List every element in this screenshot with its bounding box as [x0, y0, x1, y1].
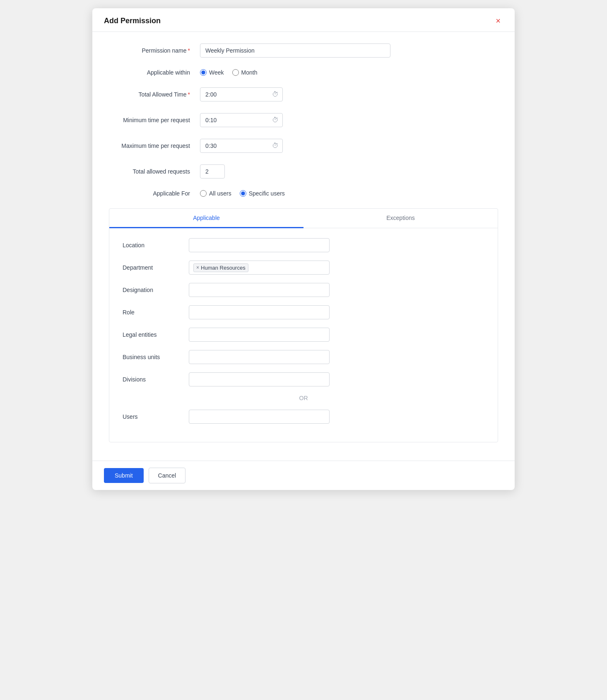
- users-label: Users: [123, 413, 189, 420]
- department-row: Department × Human Resources: [123, 261, 484, 275]
- location-row: Location: [123, 238, 484, 252]
- department-label: Department: [123, 264, 189, 271]
- department-tag-remove[interactable]: ×: [196, 265, 199, 270]
- total-requests-row: Total allowed requests: [109, 164, 498, 179]
- tab-exceptions[interactable]: Exceptions: [304, 209, 498, 228]
- required-star-2: *: [188, 91, 190, 98]
- cancel-button[interactable]: Cancel: [149, 468, 186, 483]
- or-divider: OR: [123, 395, 484, 401]
- divisions-row: Divisions: [123, 372, 484, 386]
- divisions-label: Divisions: [123, 376, 189, 383]
- users-input[interactable]: [189, 410, 330, 424]
- location-input[interactable]: [189, 238, 330, 252]
- tabs-header: Applicable Exceptions: [109, 209, 498, 228]
- applicable-within-row: Applicable within Week Month: [109, 69, 498, 76]
- legal-entities-input[interactable]: [189, 328, 330, 342]
- applicable-for-row: Applicable For All users Specific users: [109, 190, 498, 197]
- total-allowed-time-label: Total Allowed Time*: [109, 91, 200, 98]
- total-requests-input[interactable]: [200, 164, 225, 179]
- business-units-label: Business units: [123, 354, 189, 360]
- all-users-radio[interactable]: [200, 190, 207, 197]
- min-time-row: Minimum time per request ⏱: [109, 113, 498, 127]
- min-time-label: Minimum time per request: [109, 117, 200, 123]
- total-allowed-time-wrapper: ⏱: [200, 87, 283, 101]
- department-tag: × Human Resources: [193, 263, 248, 272]
- applicable-within-label: Applicable within: [109, 69, 200, 76]
- users-row: Users: [123, 410, 484, 424]
- designation-row: Designation: [123, 283, 484, 297]
- add-permission-modal: Add Permission × Permission name* Applic…: [92, 8, 515, 490]
- modal-body: Permission name* Applicable within Week …: [92, 32, 515, 461]
- role-input[interactable]: [189, 305, 330, 319]
- applicable-for-label: Applicable For: [109, 190, 200, 197]
- close-button[interactable]: ×: [493, 16, 503, 26]
- modal-footer: Submit Cancel: [92, 461, 515, 490]
- all-users-radio-label[interactable]: All users: [200, 190, 231, 197]
- applicable-within-options: Week Month: [200, 69, 257, 76]
- max-time-wrapper: ⏱: [200, 139, 283, 153]
- min-time-input[interactable]: [200, 113, 283, 127]
- permission-name-input[interactable]: [200, 43, 390, 58]
- role-label: Role: [123, 309, 189, 316]
- modal-header: Add Permission ×: [92, 8, 515, 32]
- designation-input[interactable]: [189, 283, 330, 297]
- week-radio[interactable]: [200, 69, 207, 76]
- permission-name-label: Permission name*: [109, 47, 200, 54]
- max-time-label: Maximum time per request: [109, 142, 200, 149]
- business-units-input[interactable]: [189, 350, 330, 364]
- max-time-input[interactable]: [200, 139, 283, 153]
- location-label: Location: [123, 242, 189, 249]
- legal-entities-row: Legal entities: [123, 328, 484, 342]
- business-units-row: Business units: [123, 350, 484, 364]
- submit-button[interactable]: Submit: [104, 468, 144, 483]
- legal-entities-label: Legal entities: [123, 331, 189, 338]
- specific-users-radio[interactable]: [240, 190, 246, 197]
- applicable-for-options: All users Specific users: [200, 190, 285, 197]
- total-requests-label: Total allowed requests: [109, 168, 200, 175]
- week-radio-label[interactable]: Week: [200, 69, 224, 76]
- min-time-wrapper: ⏱: [200, 113, 283, 127]
- specific-users-radio-label[interactable]: Specific users: [240, 190, 285, 197]
- required-star: *: [188, 47, 190, 54]
- month-radio[interactable]: [232, 69, 239, 76]
- designation-label: Designation: [123, 287, 189, 293]
- month-radio-label[interactable]: Month: [232, 69, 258, 76]
- total-allowed-time-input[interactable]: [200, 87, 283, 101]
- max-time-row: Maximum time per request ⏱: [109, 139, 498, 153]
- modal-title: Add Permission: [104, 17, 161, 25]
- total-allowed-time-row: Total Allowed Time* ⏱: [109, 87, 498, 101]
- role-row: Role: [123, 305, 484, 319]
- divisions-input[interactable]: [189, 372, 330, 386]
- applicable-tab-content: Location Department × Human Resources: [109, 228, 498, 442]
- department-field[interactable]: × Human Resources: [189, 261, 330, 275]
- permission-name-row: Permission name*: [109, 43, 498, 58]
- tab-applicable[interactable]: Applicable: [109, 209, 304, 228]
- tabs-section: Applicable Exceptions Location Departmen…: [109, 208, 498, 442]
